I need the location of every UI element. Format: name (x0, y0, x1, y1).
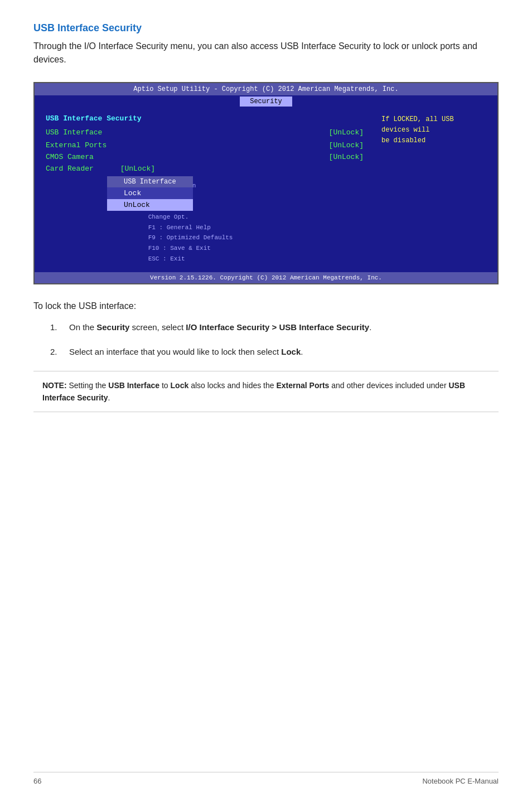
bios-label-usb: USB Interface (46, 128, 102, 137)
bios-screenshot: Aptio Setup Utility - Copyright (C) 2012… (33, 82, 499, 284)
step-1-text: On the Security screen, select I/O Inter… (69, 321, 499, 334)
keybind-f9: F9 : Optimized Defaults (148, 233, 364, 243)
step-1: 1. On the Security screen, select I/O In… (50, 321, 499, 334)
keybind-f10: F10 : Save & Exit (148, 243, 364, 254)
keybind-esc: ESC : Exit (148, 254, 364, 264)
bios-tab-security[interactable]: Security (240, 96, 292, 107)
section-title: USB Interface Security (33, 22, 499, 34)
steps-list: 1. On the Security screen, select I/O In… (50, 321, 499, 359)
note-text: Setting the USB Interface to Lock also l… (42, 381, 465, 402)
bios-popup-unlock[interactable]: UnLock (107, 199, 193, 211)
step-2: 2. Select an interface that you would li… (50, 346, 499, 359)
lock-intro: To lock the USB interface: (33, 301, 499, 311)
bios-row-external: External Ports [UnLock] (46, 141, 364, 149)
bios-footer: Version 2.15.1226. Copyright (C) 2012 Am… (35, 272, 497, 283)
note-box: NOTE: Setting the USB Interface to Lock … (33, 371, 499, 413)
bios-help-text: If LOCKED, all USBdevices willbe disable… (381, 115, 454, 144)
intro-text: Through the I/O Interface Security menu,… (33, 40, 499, 66)
bios-body: USB Interface Security USB Interface [Un… (35, 107, 497, 272)
note-label: NOTE: (42, 381, 67, 390)
bios-popup-lock[interactable]: Lock (107, 187, 193, 199)
bios-row-usb-interface: USB Interface [UnLock] (46, 128, 364, 137)
bios-value-cmos: [UnLock] (329, 153, 364, 161)
bios-section-label: USB Interface Security (46, 114, 364, 123)
step-1-num: 1. (50, 321, 64, 334)
keybind-change-opt: Change Opt. (148, 212, 364, 223)
bios-right-help: If LOCKED, all USBdevices willbe disable… (375, 107, 497, 272)
page-footer: 66 Notebook PC E-Manual (33, 772, 499, 785)
bios-label-card: Card Reader (46, 165, 94, 173)
footer-title: Notebook PC E-Manual (422, 777, 499, 785)
step-2-text: Select an interface that you would like … (69, 346, 499, 359)
keybind-f1: F1 : General Help (148, 223, 364, 233)
bios-header: Aptio Setup Utility - Copyright (C) 2012… (35, 83, 497, 95)
bios-left-panel: USB Interface Security USB Interface [Un… (35, 107, 375, 272)
step-2-num: 2. (50, 346, 64, 359)
bios-value-external: [UnLock] (329, 141, 364, 149)
bios-label-cmos: CMOS Camera (46, 153, 94, 161)
bios-popup-area: USB Interface Lock UnLock Select Screen … (46, 176, 364, 264)
bios-value-card: [UnLock] (120, 165, 155, 173)
bios-row-cmos: CMOS Camera [UnLock] (46, 153, 364, 161)
bios-tab-row: Security (35, 95, 497, 107)
bios-label-external: External Ports (46, 141, 107, 149)
bios-value-usb: [UnLock] (329, 128, 364, 137)
footer-page-num: 66 (33, 777, 41, 785)
bios-row-card: Card Reader [UnLock] (46, 165, 364, 173)
bios-popup: USB Interface Lock UnLock (107, 176, 193, 211)
bios-popup-title: USB Interface (107, 176, 193, 187)
